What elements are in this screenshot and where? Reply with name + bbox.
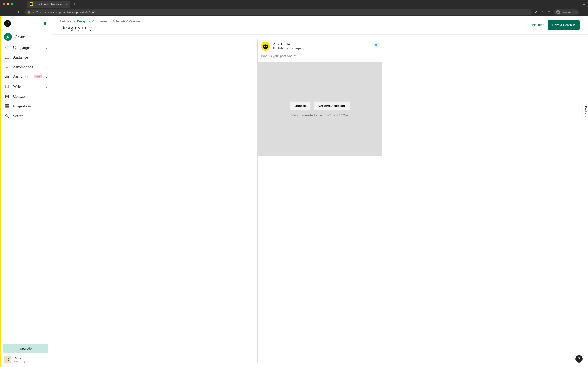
create-icon [4, 33, 12, 41]
breadcrumb-step[interactable]: Customize [92, 20, 107, 23]
sidebar-item-content[interactable]: Content ⌄ [2, 92, 50, 101]
chevron-down-icon: ⌄ [45, 66, 48, 69]
traffic-lights [3, 3, 13, 5]
breadcrumb: Network › Design › Customize › Schedule … [60, 20, 528, 23]
user-block[interactable]: D Daisy Mood Joy [3, 353, 48, 365]
incognito-icon [556, 10, 560, 14]
tab-close-icon[interactable]: × [66, 2, 68, 6]
finish-later-link[interactable]: Finish later [528, 23, 544, 27]
help-button[interactable]: ? [575, 355, 583, 363]
post-text-input[interactable]: What is your post about? [258, 53, 382, 62]
svg-point-0 [557, 12, 558, 13]
search-icon [4, 114, 10, 118]
browse-button[interactable]: Browse [290, 101, 311, 110]
url-input[interactable]: 🔒 us21.admin.mailchimp.com/social-posts/… [25, 9, 532, 15]
favicon-icon [30, 2, 33, 6]
chevron-right-icon: › [109, 20, 110, 23]
feedback-tab[interactable]: Feedback [583, 104, 588, 119]
svg-point-16 [6, 115, 8, 117]
new-tab-button[interactable]: + [72, 1, 77, 7]
incognito-label: Incognito (2) [562, 11, 577, 14]
twitter-icon [373, 42, 379, 48]
sidebar-item-label: Campaigns [13, 45, 42, 50]
svg-rect-15 [7, 107, 9, 108]
save-continue-button[interactable]: Save & Continue [548, 20, 580, 30]
sidebar-item-label: Integrations [13, 104, 42, 108]
window-maximize-icon[interactable] [11, 3, 13, 5]
url-text: us21.admin.mailchimp.com/social-posts/ed… [33, 11, 95, 14]
profile-name: Your Profile [273, 43, 301, 46]
sidebar-item-audience[interactable]: Audience ⌄ [2, 53, 50, 62]
sidebar-item-integrations[interactable]: Integrations ⌄ [2, 101, 50, 111]
svg-rect-8 [7, 76, 7, 78]
window-close-icon[interactable] [3, 3, 5, 5]
sidebar-item-label: Content [13, 94, 42, 99]
user-subtitle: Mood Joy [14, 360, 25, 363]
chevron-down-icon: ⌄ [45, 85, 48, 88]
profile-avatar-icon [261, 42, 270, 51]
panel-icon[interactable]: ▢ [547, 10, 550, 14]
chevron-down-icon: ⌄ [45, 95, 48, 98]
breadcrumb-step[interactable]: Schedule & Confirm [113, 20, 140, 23]
svg-rect-13 [7, 105, 9, 106]
chevron-right-icon: › [74, 20, 75, 23]
eye-off-icon[interactable]: 👁 [535, 10, 538, 14]
page-title: Design your post [60, 24, 528, 31]
mailchimp-logo-icon[interactable] [4, 20, 11, 27]
creative-assistant-button[interactable]: Creative Assistant [314, 101, 350, 110]
brand-accent-strip [0, 16, 1, 367]
browser-tab[interactable]: Social posts | Mailchimp × [27, 1, 70, 8]
upgrade-button[interactable]: Upgrade [3, 344, 48, 353]
sidebar-create-button[interactable]: Create [2, 31, 50, 42]
new-badge: New [34, 75, 42, 78]
window-minimize-icon[interactable] [7, 3, 9, 5]
back-button[interactable]: ← [2, 10, 7, 15]
sidebar-nav: Create Campaigns ⌄ Audience ⌄ [0, 31, 52, 121]
svg-rect-12 [5, 105, 7, 106]
main-content: Network › Design › Customize › Schedule … [52, 16, 588, 367]
sidebar-item-automations[interactable]: Automations ⌄ [2, 62, 50, 72]
post-header: Your Profile Publish to your page [258, 39, 382, 53]
svg-point-5 [6, 56, 7, 57]
header-bar: Network › Design › Customize › Schedule … [52, 16, 588, 35]
browser-chrome: Social posts | Mailchimp × + ⌄ ← → ⟳ 🔒 u… [0, 0, 588, 16]
incognito-badge[interactable]: Incognito (2) [554, 9, 579, 15]
chevron-down-icon: ⌄ [45, 75, 48, 78]
automations-icon [4, 65, 10, 69]
svg-point-19 [264, 46, 265, 47]
svg-point-18 [263, 44, 268, 49]
content-area: Your Profile Publish to your page What i… [52, 35, 588, 367]
chevron-down-icon: ⌄ [45, 46, 48, 49]
chevron-right-icon: › [89, 20, 90, 23]
integrations-icon [4, 104, 10, 108]
svg-point-2 [4, 20, 11, 27]
megaphone-icon [4, 45, 10, 50]
sidebar-item-label: Analytics [13, 75, 31, 79]
svg-point-3 [6, 22, 7, 23]
tabs-overflow-icon[interactable]: ⌄ [582, 2, 588, 6]
tab-bar: Social posts | Mailchimp × + ⌄ [0, 0, 588, 8]
content-icon [4, 94, 10, 99]
breadcrumb-step[interactable]: Network [60, 20, 71, 23]
chevron-down-icon: ⌄ [45, 105, 48, 108]
app-root: Create Campaigns ⌄ Audience ⌄ [0, 16, 588, 367]
bookmark-icon[interactable]: ☆ [541, 10, 544, 14]
audience-icon [4, 55, 10, 59]
user-name: Daisy [14, 357, 25, 360]
sidebar-item-label: Automations [13, 65, 42, 69]
tab-title: Social posts | Mailchimp [35, 3, 63, 6]
breadcrumb-step-active[interactable]: Design [77, 20, 86, 23]
create-label: Create [15, 35, 25, 39]
sidebar-item-search[interactable]: Search [2, 111, 50, 121]
forward-button[interactable]: → [10, 10, 14, 15]
browser-menu-icon[interactable]: ⋮ [582, 10, 586, 14]
sidebar-item-website[interactable]: Website ⌄ [2, 82, 50, 91]
reload-button[interactable]: ⟳ [17, 10, 22, 15]
lock-icon: 🔒 [27, 11, 30, 14]
post-card: Your Profile Publish to your page What i… [258, 39, 382, 363]
media-upload-area[interactable]: Browse Creative Assistant Recommended si… [258, 62, 382, 156]
sidebar-item-analytics[interactable]: Analytics New ⌄ [2, 72, 50, 82]
sidebar-item-campaigns[interactable]: Campaigns ⌄ [2, 43, 50, 52]
svg-point-4 [8, 22, 9, 23]
sidebar-collapse-icon[interactable] [44, 22, 48, 25]
